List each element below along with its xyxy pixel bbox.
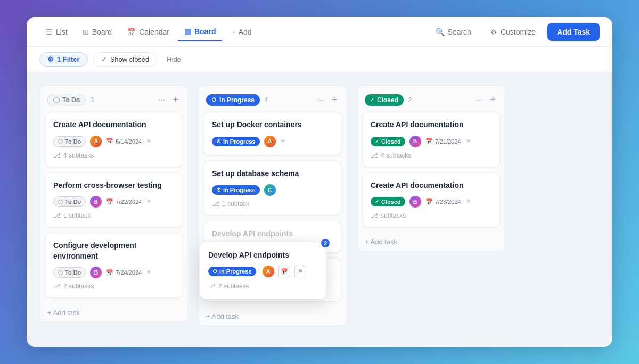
subtask-icon: ⎇ (212, 200, 219, 208)
nav-calendar[interactable]: 📅 Calendar (120, 23, 176, 40)
card-meta: ⏱ In Progress C (212, 184, 333, 196)
card-date: 📅 7/23/2024 (425, 198, 461, 205)
inprogress-status-badge: ⏱ In Progress (206, 94, 260, 106)
nav-right: 🔍 Search ⚙ Customize Add Task (428, 23, 600, 41)
show-closed-button[interactable]: ✓ Show closed (93, 52, 158, 67)
avatar: B (90, 196, 102, 208)
calendar-nav-icon: 📅 (127, 28, 136, 36)
card-title: Create API documentation (371, 180, 492, 191)
calendar-icon: 📅 (425, 198, 433, 205)
popover-subtasks: ⎇ 2 subtasks (208, 283, 318, 290)
app-container: ☰ List ⊞ Board 📅 Calendar ▦ Board + Add … (27, 17, 612, 347)
column-todo-header: To Do 3 ··· + (40, 86, 188, 112)
check-icon: ✓ (375, 139, 379, 144)
clock-icon: ⏱ (212, 269, 217, 274)
flag-icon: ⚑ (146, 138, 152, 145)
top-nav: ☰ List ⊞ Board 📅 Calendar ▦ Board + Add … (27, 17, 612, 47)
subtask-icon: ⎇ (53, 283, 61, 290)
card-date: 📅 7/21/2024 (425, 138, 461, 145)
card-meta: To Do A 📅 6/14/2024 ⚑ (53, 136, 175, 147)
todo-col-actions: ··· + (156, 93, 181, 106)
hide-button[interactable]: Hide (162, 53, 185, 66)
flag-icon: ⚑ (280, 138, 286, 145)
status-circle-icon (58, 270, 63, 275)
customize-button[interactable]: ⚙ Customize (483, 23, 543, 40)
card-status-badge: To Do (53, 136, 86, 147)
card-title: Create API documentation (53, 120, 175, 130)
closed-add-task-link[interactable]: + Add task (357, 233, 505, 251)
calendar-icon: 📅 (106, 138, 113, 145)
nav-list[interactable]: ☰ List (39, 23, 74, 40)
card-meta: ⏱ In Progress A ⚑ (212, 136, 333, 147)
card-subtasks: ⎇ 2 subtasks (53, 283, 175, 290)
badge-counter: 2 (320, 238, 331, 249)
card-status-badge: ⏱ In Progress (212, 137, 260, 146)
card-meta: To Do B 📅 7/24/2024 ⚑ (53, 267, 175, 278)
subtask-icon: ⎇ (371, 152, 378, 159)
column-closed-header: ✓ Closed 2 ··· + (357, 86, 505, 112)
check-circle-icon: ✓ (101, 55, 107, 63)
avatar: A (264, 136, 276, 147)
todo-menu-button[interactable]: ··· (156, 94, 167, 106)
inprogress-menu-button[interactable]: ··· (315, 94, 326, 106)
card-status-badge: To Do (53, 267, 86, 278)
card-subtasks: ⎇ 1 subtask (53, 212, 175, 219)
nav-board-active[interactable]: ▦ Board (178, 23, 222, 41)
card-title: Create API documentation (371, 120, 492, 130)
column-todo: To Do 3 ··· + Create API documentation T… (39, 85, 189, 322)
add-task-button[interactable]: Add Task (547, 23, 600, 41)
column-closed: ✓ Closed 2 ··· + Create API documentatio… (357, 85, 506, 252)
closed-status-badge: ✓ Closed (365, 94, 404, 106)
flag-popover-icon: ⚑ (294, 266, 306, 277)
filter-bar: ⚙ 1 Filter ✓ Show closed Hide (27, 47, 612, 72)
search-button[interactable]: 🔍 Search (428, 23, 479, 40)
card-inprogress-3: Develop API endpoints Develop API endpoi… (204, 221, 341, 253)
card-subtasks: ⎇ subtasks (371, 212, 492, 219)
todo-cards: Create API documentation To Do A 📅 6/14/… (40, 112, 188, 303)
clock-icon: ⏱ (211, 97, 217, 103)
card-todo-2: Perform cross-browser testing To Do B 📅 … (45, 172, 183, 228)
card-inprogress-1: Set up Docker containers ⏱ In Progress A… (204, 112, 341, 155)
card-status-badge: To Do (53, 196, 86, 207)
card-meta: ✓ Closed B 📅 7/23/2024 ⚑ (371, 196, 492, 208)
card-inprogress-2: Set up database schema ⏱ In Progress C ⎇… (204, 161, 341, 216)
search-icon: 🔍 (436, 28, 445, 36)
card-subtasks: ⎇ 1 subtask (212, 200, 333, 208)
flag-icon: ⚑ (146, 198, 152, 205)
nav-board-view[interactable]: ⊞ Board (76, 23, 118, 40)
inprogress-add-button[interactable]: + (329, 93, 339, 106)
nav-add[interactable]: + Add (224, 23, 258, 40)
inprogress-col-actions: ··· + (315, 93, 339, 106)
closed-menu-button[interactable]: ··· (473, 94, 485, 106)
card-title: Set up Docker containers (212, 120, 333, 130)
card-subtasks: ⎇ 4 subtasks (371, 152, 492, 159)
filter-icon: ⚙ (47, 55, 54, 63)
calendar-icon: 📅 (106, 269, 113, 276)
todo-status-badge: To Do (47, 94, 86, 106)
avatar: B (409, 136, 421, 147)
card-todo-1: Create API documentation To Do A 📅 6/14/… (45, 112, 183, 167)
subtask-icon: ⎇ (53, 152, 61, 159)
avatar: C (264, 184, 276, 196)
calendar-popover-icon: 📅 (278, 266, 290, 277)
status-circle-icon (58, 200, 63, 204)
card-popover: Develop API endpoints ⏱ In Progress A 📅 … (199, 242, 327, 299)
subtask-icon: ⎇ (208, 283, 216, 290)
inprogress-cards: Set up Docker containers ⏱ In Progress A… (199, 112, 347, 307)
calendar-icon: 📅 (106, 198, 113, 205)
todo-add-button[interactable]: + (170, 93, 181, 106)
card-title: Develop API endpoints (212, 229, 333, 239)
popover-meta: ⏱ In Progress A 📅 ⚑ (208, 266, 318, 277)
closed-add-button[interactable]: + (488, 93, 498, 106)
column-inprogress: ⏱ In Progress 4 ··· + Set up Docker cont… (198, 85, 347, 326)
board-view-icon: ⊞ (83, 28, 89, 36)
subtask-icon: ⎇ (53, 212, 61, 219)
card-closed-1: Create API documentation ✓ Closed B 📅 7/… (363, 112, 500, 167)
inprogress-add-task-link[interactable]: + Add task (199, 307, 347, 326)
filter-chip[interactable]: ⚙ 1 Filter (39, 52, 88, 67)
todo-add-task-link[interactable]: + Add task (40, 303, 188, 322)
list-icon: ☰ (46, 28, 53, 36)
card-date: 📅 7/24/2024 (106, 269, 142, 276)
avatar: A (263, 266, 274, 277)
flag-icon: ⚑ (465, 198, 471, 205)
